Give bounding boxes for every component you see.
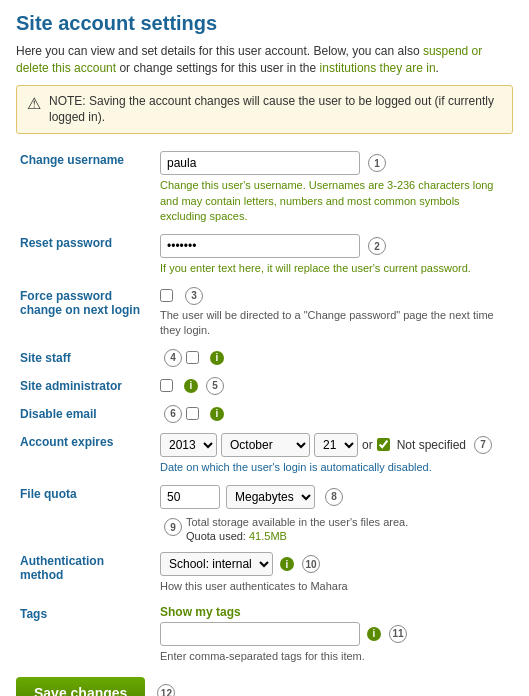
auth-method-row: Authentication method School: internal I… [16,547,513,599]
tags-info-icon[interactable]: i [367,627,381,641]
password-row: Reset password 2 If you enter text here,… [16,229,513,281]
file-quota-input[interactable] [160,485,220,509]
account-expires-row: Account expires 2013 2014 2015 JanuaryFe… [16,428,513,480]
num-6: 6 [164,405,182,423]
site-admin-row: Site administrator i 5 [16,372,513,400]
site-staff-input-cell: 4 i [156,344,513,372]
force-password-row: Force password change on next login 3 Th… [16,282,513,344]
quota-used: Quota used: 41.5MB [186,530,408,542]
password-input[interactable] [160,234,360,258]
num-9: 9 [164,518,182,536]
account-expires-help: Date on which the user's login is automa… [160,460,509,475]
site-staff-label: Site staff [16,344,156,372]
expires-day-select[interactable]: 19202122 [314,433,358,457]
expires-year-select[interactable]: 2013 2014 2015 [160,433,217,457]
num-2: 2 [368,237,386,255]
not-specified-checkbox[interactable] [377,438,390,451]
tags-row: Tags Show my tags i 11 Enter comma-separ… [16,600,513,669]
file-quota-row: File quota Megabytes Kilobytes Gigabytes… [16,480,513,547]
auth-method-info-icon[interactable]: i [280,557,294,571]
site-staff-row: Site staff 4 i [16,344,513,372]
bottom-row: Save changes 12 [16,677,513,696]
num-7: 7 [474,436,492,454]
password-input-cell: 2 If you enter text here, it will replac… [156,229,513,281]
force-password-label: Force password change on next login [16,282,156,344]
file-quota-unit-select[interactable]: Megabytes Kilobytes Gigabytes [226,485,315,509]
site-admin-input-cell: i 5 [156,372,513,400]
expires-or: or [362,438,373,452]
num-8: 8 [325,488,343,506]
tags-input-cell: Show my tags i 11 Enter comma-separated … [156,600,513,669]
site-admin-checkbox[interactable] [160,379,173,392]
num-10: 10 [302,555,320,573]
disable-email-input-cell: 6 i [156,400,513,428]
quota-used-value: 41.5MB [249,530,287,542]
force-password-help: The user will be directed to a "Change p… [160,308,509,339]
username-label: Change username [16,146,156,229]
file-quota-help1: Total storage available in the user's fi… [186,515,408,530]
auth-method-select[interactable]: School: internal Internal LDAP [160,552,273,576]
not-specified-label: Not specified [377,438,466,452]
num-11: 11 [389,625,407,643]
warning-icon: ⚠ [27,93,41,115]
disable-email-checkbox[interactable] [186,407,199,420]
expires-month-select[interactable]: JanuaryFebruaryMarch AprilMayJune JulyAu… [221,433,310,457]
site-admin-label: Site administrator [16,372,156,400]
site-admin-info-icon[interactable]: i [184,379,198,393]
force-password-checkbox[interactable] [160,289,173,302]
save-button[interactable]: Save changes [16,677,145,696]
num-12: 12 [157,684,175,696]
file-quota-input-cell: Megabytes Kilobytes Gigabytes 8 9 Total … [156,480,513,547]
force-password-input-cell: 3 The user will be directed to a "Change… [156,282,513,344]
account-expires-input-cell: 2013 2014 2015 JanuaryFebruaryMarch Apri… [156,428,513,480]
not-specified-text: Not specified [397,438,466,452]
intro-paragraph: Here you can view and set details for th… [16,43,513,77]
show-my-tags-link[interactable]: Show my tags [160,605,509,619]
password-help: If you enter text here, it will replace … [160,261,509,276]
tags-help: Enter comma-separated tags for this item… [160,649,509,664]
username-help: Change this user's username. Usernames a… [160,178,509,224]
username-input-cell: 1 Change this user's username. Usernames… [156,146,513,229]
site-staff-info-icon[interactable]: i [210,351,224,365]
num-5: 5 [206,377,224,395]
disable-email-label: Disable email [16,400,156,428]
warning-box: ⚠ NOTE: Saving the account changes will … [16,85,513,135]
file-quota-label: File quota [16,480,156,547]
username-row: Change username 1 Change this user's use… [16,146,513,229]
num-4: 4 [164,349,182,367]
institutions-link[interactable]: institutions they are in [320,61,436,75]
username-input[interactable] [160,151,360,175]
disable-email-row: Disable email 6 i [16,400,513,428]
password-label: Reset password [16,229,156,281]
auth-method-help: How this user authenticates to Mahara [160,579,509,594]
page-title: Site account settings [16,12,513,35]
tags-label: Tags [16,600,156,669]
auth-method-label: Authentication method [16,547,156,599]
disable-email-info-icon[interactable]: i [210,407,224,421]
site-staff-checkbox[interactable] [186,351,199,364]
tags-input[interactable] [160,622,360,646]
num-3: 3 [185,287,203,305]
auth-method-input-cell: School: internal Internal LDAP i 10 How … [156,547,513,599]
account-expires-label: Account expires [16,428,156,480]
num-1: 1 [368,154,386,172]
settings-form: Change username 1 Change this user's use… [16,146,513,669]
warning-text: NOTE: Saving the account changes will ca… [49,93,502,127]
